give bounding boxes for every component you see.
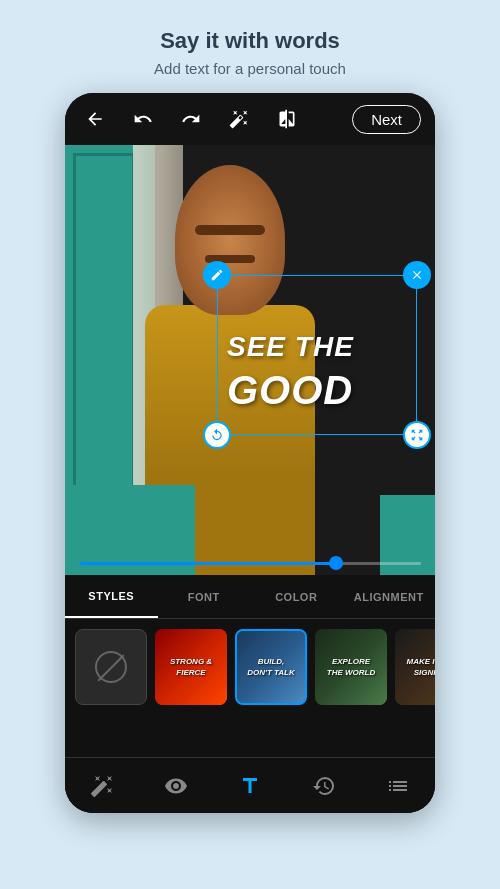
bottom-nav bbox=[65, 757, 435, 813]
page-subtitle: Add text for a personal touch bbox=[154, 60, 346, 77]
compare-button[interactable] bbox=[271, 103, 303, 135]
style-make-it[interactable]: MAKE IT SIGSIGNIFIC bbox=[395, 629, 435, 705]
nav-text[interactable] bbox=[230, 766, 270, 806]
tabs-row: STYLES FONT COLOR ALIGNMENT bbox=[65, 575, 435, 619]
image-area: SEE THE GOOD bbox=[65, 145, 435, 585]
bottom-panel: STYLES FONT COLOR ALIGNMENT STRONG &FIER… bbox=[65, 575, 435, 813]
scale-handle[interactable] bbox=[403, 421, 431, 449]
tab-color[interactable]: COLOR bbox=[250, 575, 343, 618]
next-button[interactable]: Next bbox=[352, 105, 421, 134]
page-header: Say it with words Add text for a persona… bbox=[134, 0, 366, 93]
style-build-dont-talk[interactable]: BUILD,DON'T TALK bbox=[235, 629, 307, 705]
undo-button[interactable] bbox=[127, 103, 159, 135]
overlay-text-see-the: SEE THE bbox=[227, 331, 354, 363]
slider-area[interactable] bbox=[65, 551, 435, 575]
style-strong-fierce[interactable]: STRONG &FIERCE bbox=[155, 629, 227, 705]
tab-font[interactable]: FONT bbox=[158, 575, 251, 618]
overlay-text-good: GOOD bbox=[227, 368, 353, 413]
redo-button[interactable] bbox=[175, 103, 207, 135]
toolbar: Next bbox=[65, 93, 435, 145]
styles-carousel: STRONG &FIERCE BUILD,DON'T TALK EXPLORET… bbox=[65, 619, 435, 715]
nav-magic[interactable] bbox=[82, 766, 122, 806]
rotate-handle[interactable] bbox=[203, 421, 231, 449]
back-button[interactable] bbox=[79, 103, 111, 135]
phone-frame: Next bbox=[65, 93, 435, 813]
style-none[interactable] bbox=[75, 629, 147, 705]
nav-history[interactable] bbox=[304, 766, 344, 806]
magic-wand-button[interactable] bbox=[223, 103, 255, 135]
edit-handle[interactable] bbox=[203, 261, 231, 289]
text-overlay[interactable]: SEE THE GOOD bbox=[217, 275, 417, 435]
close-handle[interactable] bbox=[403, 261, 431, 289]
page-title: Say it with words bbox=[154, 28, 346, 54]
nav-layers[interactable] bbox=[378, 766, 418, 806]
tab-styles[interactable]: STYLES bbox=[65, 575, 158, 618]
tab-alignment[interactable]: ALIGNMENT bbox=[343, 575, 436, 618]
nav-eye[interactable] bbox=[156, 766, 196, 806]
style-explore-world[interactable]: EXPLORETHE WORLD bbox=[315, 629, 387, 705]
